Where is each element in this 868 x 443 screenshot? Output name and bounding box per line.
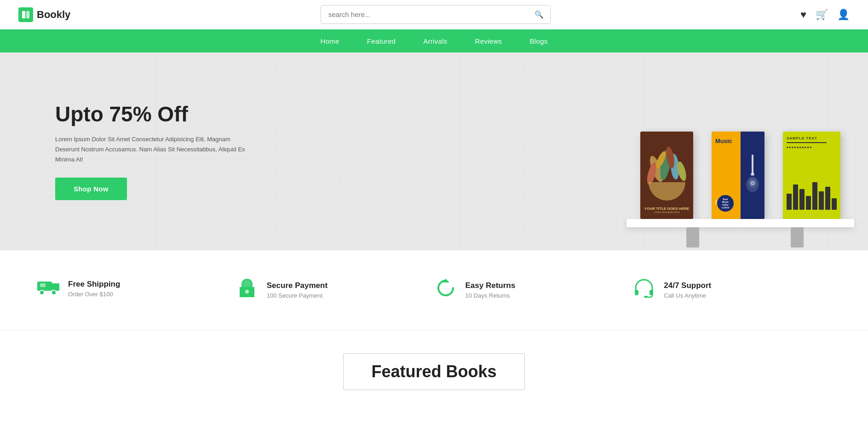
feature-payment-text: Secure Payment 100 Secure Payment (267, 281, 328, 299)
bar-3 (799, 189, 805, 210)
feature-returns: Easy Returns 10 Days Returns (434, 278, 633, 302)
book3-bars (787, 182, 837, 210)
logo-icon (18, 7, 33, 22)
bar-1 (787, 194, 792, 210)
book-cover-3: SAMPLE TEXT ■■■■■■■■■■ (783, 132, 840, 219)
svg-marker-18 (52, 283, 59, 291)
bar-6 (819, 191, 824, 210)
book2-right (741, 132, 765, 219)
featured-title-wrapper: Featured Books (343, 353, 524, 390)
lock-icon (236, 278, 259, 302)
logo[interactable]: Bookly (18, 7, 70, 22)
feature-shipping-desc: Order Over $100 (68, 291, 120, 298)
book-shelf: YOUR TITLE GOES HERE Lorem text goes her… (640, 132, 840, 250)
book2-inner: Music Rock BestMusictodaya place (712, 132, 765, 219)
nav-reviews[interactable]: Reviews (475, 37, 502, 45)
book-cover-2: Music Rock BestMusictodaya place (712, 132, 765, 219)
featured-section: Featured Books (0, 330, 868, 399)
svg-point-19 (40, 290, 44, 295)
svg-rect-21 (40, 283, 46, 287)
shop-now-button[interactable]: Shop Now (55, 178, 127, 200)
feature-shipping: Free Shipping Order Over $100 (37, 278, 236, 299)
book3-sample-label: SAMPLE TEXT (787, 136, 837, 140)
shelf-bracket-right (791, 227, 804, 247)
bar-5 (812, 182, 817, 210)
feature-support: 24/7 Support Call Us Anytime (632, 278, 831, 302)
book2-left: Music Rock BestMusictodaya place (712, 132, 741, 219)
logo-text: Bookly (37, 9, 70, 21)
header-icons: ♥ 🛒 👤 (800, 9, 850, 21)
hero-books-display: YOUR TITLE GOES HERE Lorem text goes her… (640, 132, 840, 250)
svg-rect-9 (752, 155, 753, 175)
hero-description: Lorem Ipsum Dolor Sit Amet Consectetur A… (55, 134, 248, 165)
bar-8 (832, 198, 837, 210)
featured-books-title: Featured Books (371, 362, 496, 381)
book1-subtitle: Lorem text goes here (654, 211, 680, 213)
feature-payment: Secure Payment 100 Secure Payment (236, 278, 434, 302)
user-icon[interactable]: 👤 (837, 9, 850, 21)
shelf-board (627, 219, 854, 227)
svg-point-23 (245, 290, 249, 293)
search-icon: 🔍 (535, 11, 544, 18)
feature-payment-title: Secure Payment (267, 281, 328, 290)
navigation: Home Featured Arrivals Reviews Blogs (0, 29, 868, 52)
shelf-bracket-left (686, 227, 699, 247)
cart-icon[interactable]: 🛒 (816, 9, 828, 21)
guitar-svg (743, 155, 762, 196)
headset-icon (632, 278, 655, 302)
book1-title: YOUR TITLE GOES HERE (644, 207, 689, 211)
feature-support-title: 24/7 Support (664, 281, 711, 290)
book2-badge: BestMusictodaya place (716, 194, 735, 213)
nav-featured[interactable]: Featured (367, 37, 396, 45)
search-bar: 🔍 (321, 5, 551, 24)
svg-rect-16 (751, 173, 754, 176)
feature-returns-title: Easy Returns (466, 281, 516, 290)
nav-blogs[interactable]: Blogs (529, 37, 547, 45)
features-section: Free Shipping Order Over $100 Secure Pay… (0, 250, 868, 330)
book1-arc (649, 182, 685, 201)
hero-title: Upto 75% Off (55, 103, 276, 126)
hero-text: Upto 75% Off Lorem Ipsum Dolor Sit Amet … (55, 103, 276, 200)
truck-icon (37, 278, 60, 299)
nav-arrivals[interactable]: Arrivals (423, 37, 447, 45)
search-input[interactable] (321, 6, 528, 23)
bar-7 (825, 187, 830, 210)
book3-inner: SAMPLE TEXT ■■■■■■■■■■ (783, 132, 840, 219)
header: Bookly 🔍 ♥ 🛒 👤 (0, 0, 868, 29)
bar-2 (793, 184, 798, 210)
book2-music-text: Music (715, 138, 732, 144)
svg-rect-27 (644, 296, 648, 298)
svg-rect-1 (26, 11, 29, 18)
feature-support-desc: Call Us Anytime (664, 292, 711, 299)
feature-returns-text: Easy Returns 10 Days Returns (466, 281, 516, 299)
wishlist-icon[interactable]: ♥ (800, 9, 806, 21)
feature-payment-desc: 100 Secure Payment (267, 292, 328, 299)
feature-support-text: 24/7 Support Call Us Anytime (664, 281, 711, 299)
feature-returns-desc: 10 Days Returns (466, 292, 516, 299)
feature-shipping-title: Free Shipping (68, 280, 120, 289)
feature-shipping-text: Free Shipping Order Over $100 (68, 280, 120, 298)
svg-point-20 (52, 290, 56, 295)
bar-4 (806, 196, 811, 210)
svg-rect-25 (635, 290, 638, 295)
book-cover-1: YOUR TITLE GOES HERE Lorem text goes her… (640, 132, 693, 219)
hero-section: Upto 75% Off Lorem Ipsum Dolor Sit Amet … (0, 52, 868, 250)
refresh-icon (434, 278, 457, 302)
svg-rect-0 (22, 11, 25, 18)
search-button[interactable]: 🔍 (528, 6, 550, 23)
nav-home[interactable]: Home (321, 37, 339, 45)
